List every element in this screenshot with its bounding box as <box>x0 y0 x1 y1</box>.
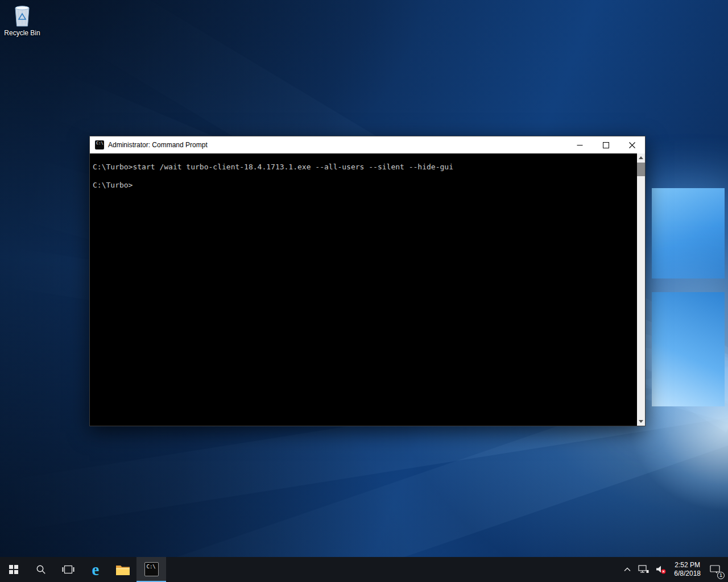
windows-logo-pane-bottom <box>652 292 725 406</box>
speaker-muted-icon <box>656 565 666 574</box>
scroll-up-icon <box>639 156 643 159</box>
window-title: Administrator: Command Prompt <box>108 141 566 149</box>
start-button[interactable] <box>0 557 27 582</box>
recycle-bin-label: Recycle Bin <box>2 29 42 37</box>
recycle-bin-icon <box>11 3 33 27</box>
notification-badge: 1 <box>717 572 725 579</box>
window-controls <box>566 136 645 153</box>
tray-overflow-button[interactable] <box>620 557 635 582</box>
scrollbar-thumb[interactable] <box>637 163 645 176</box>
taskbar-clock[interactable]: 2:52 PM 6/8/2018 <box>669 561 705 578</box>
console-area[interactable]: C:\Turbo>start /wait turbo-client-18.4.1… <box>90 153 645 426</box>
volume-button[interactable] <box>652 557 669 582</box>
search-icon <box>36 564 46 575</box>
cmd-icon: C:\ <box>95 140 104 149</box>
clock-time: 2:52 PM <box>674 561 701 569</box>
console-output: C:\Turbo>start /wait turbo-client-18.4.1… <box>90 153 637 426</box>
clock-date: 6/8/2018 <box>674 569 701 578</box>
recycle-bin-shortcut[interactable]: Recycle Bin <box>2 3 42 37</box>
chevron-up-icon <box>623 566 631 573</box>
command-prompt-taskbar-button[interactable]: C:\ <box>136 557 166 582</box>
file-explorer-button[interactable] <box>109 557 136 582</box>
task-view-button[interactable] <box>55 557 82 582</box>
network-ethernet-icon <box>638 565 649 574</box>
window-titlebar[interactable]: C:\ Administrator: Command Prompt <box>90 136 645 153</box>
cmd-icon-text: C:\ <box>96 141 104 146</box>
scroll-down-button[interactable] <box>637 417 645 426</box>
minimize-button[interactable] <box>566 136 593 153</box>
minimize-icon <box>577 142 583 148</box>
system-tray: 2:52 PM 6/8/2018 1 <box>620 557 728 582</box>
close-icon <box>629 142 635 148</box>
scroll-down-icon <box>639 420 643 423</box>
console-blank-line <box>93 172 634 181</box>
console-prompt-line: C:\Turbo> <box>93 181 634 190</box>
taskbar: e C:\ <box>0 557 728 582</box>
windows-logo-icon <box>9 565 18 574</box>
task-view-icon <box>62 565 75 574</box>
file-explorer-icon <box>115 564 130 576</box>
maximize-button[interactable] <box>593 136 619 153</box>
console-command-line: C:\Turbo>start /wait turbo-client-18.4.1… <box>93 163 634 172</box>
action-center-button[interactable]: 1 <box>705 557 725 582</box>
network-status-button[interactable] <box>635 557 652 582</box>
close-button[interactable] <box>619 136 645 153</box>
edge-browser-button[interactable]: e <box>82 557 109 582</box>
cmd-taskbar-icon: C:\ <box>144 562 159 576</box>
search-button[interactable] <box>27 557 55 582</box>
windows-logo-pane-top <box>652 188 725 278</box>
desktop: Recycle Bin C:\ Administrator: Command P… <box>0 0 728 582</box>
cmd-taskbar-icon-text: C:\ <box>147 564 156 569</box>
scroll-up-button[interactable] <box>637 153 645 162</box>
edge-icon: e <box>92 562 100 578</box>
console-scrollbar[interactable] <box>637 153 645 426</box>
maximize-icon <box>603 142 609 148</box>
command-prompt-window: C:\ Administrator: Command Prompt <box>89 136 646 426</box>
